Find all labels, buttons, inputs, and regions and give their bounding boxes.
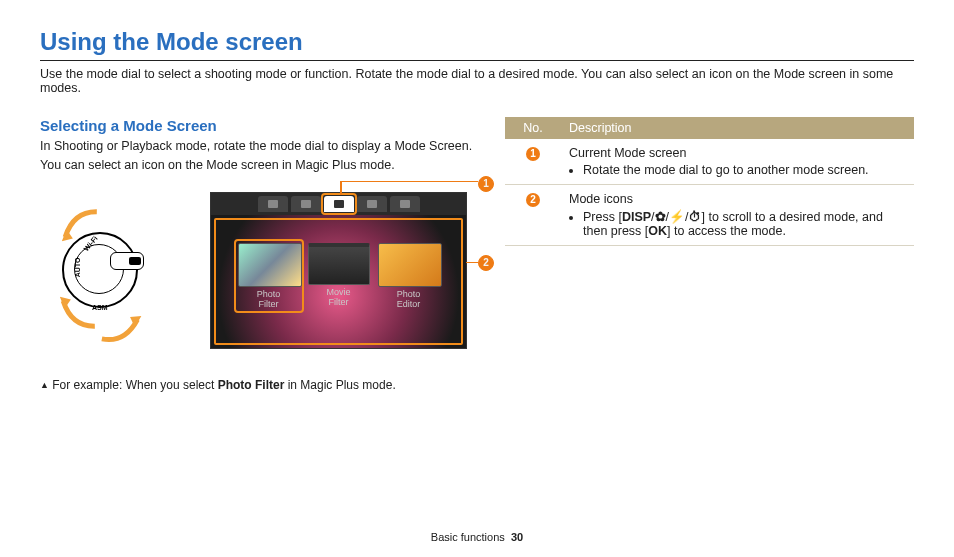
table-row: 1 Current Mode screen Rotate the mode di… — [505, 139, 914, 185]
row-number-badge: 2 — [526, 193, 540, 207]
row-bullet: Rotate the mode dial to go to another mo… — [583, 163, 906, 177]
callout-2: 2 — [478, 255, 494, 271]
description-table: No. Description 1 Current Mode screen Ro… — [505, 117, 914, 246]
mode-tab — [357, 196, 387, 212]
title-divider — [40, 60, 914, 61]
row-title: Current Mode screen — [569, 146, 906, 160]
mode-card-movie-filter: MovieFilter — [308, 243, 370, 310]
intro-text: Use the mode dial to select a shooting m… — [40, 67, 914, 95]
row-bullet: Press [DISP/✿/⚡/⏱] to scroll to a desire… — [583, 209, 906, 238]
table-header-row: No. Description — [505, 117, 914, 139]
timer-icon: ⏱ — [689, 210, 702, 224]
row-title: Mode icons — [569, 192, 906, 206]
page-title: Using the Mode screen — [40, 28, 914, 56]
camera-icon — [301, 200, 311, 208]
row-number-badge: 1 — [526, 147, 540, 161]
thumbnail-icon — [238, 243, 302, 287]
dial-knob — [110, 252, 144, 270]
mode-icon — [400, 200, 410, 208]
triangle-icon: ▲ — [40, 380, 49, 390]
mode-icon — [268, 200, 278, 208]
section-p2: You can select an icon on the Mode scree… — [40, 157, 475, 174]
callout-1: 1 — [478, 176, 494, 192]
card-label: PhotoEditor — [378, 290, 440, 310]
dial-label-asm: ASM — [92, 304, 108, 311]
col-header-no: No. — [505, 117, 561, 139]
card-label: PhotoFilter — [238, 290, 300, 310]
figure-caption: ▲ For example: When you select Photo Fil… — [40, 378, 475, 392]
section-heading: Selecting a Mode Screen — [40, 117, 475, 134]
section-p1: In Shooting or Playback mode, rotate the… — [40, 138, 475, 155]
camera-icon — [367, 200, 377, 208]
camera-icon — [334, 200, 344, 208]
leader-line — [340, 181, 478, 183]
dial-label-auto: AUTO — [74, 257, 81, 277]
mode-dial-illustration: AUTO ASM Wi-Fi — [54, 196, 142, 346]
mode-tab — [291, 196, 321, 212]
thumbnail-icon — [308, 243, 370, 285]
mode-card-photo-filter: PhotoFilter — [238, 243, 300, 310]
thumbnail-icon — [378, 243, 442, 287]
mode-tab-bar — [211, 193, 466, 215]
page-footer: Basic functions 30 — [0, 531, 954, 543]
figure-area: AUTO ASM Wi-Fi — [40, 192, 475, 372]
col-header-description: Description — [561, 117, 914, 139]
flower-icon: ✿ — [655, 210, 666, 224]
camera-screen: PhotoFilter MovieFilter PhotoEditor — [210, 192, 467, 349]
leader-line — [340, 181, 342, 195]
mode-card-photo-editor: PhotoEditor — [378, 243, 440, 310]
flash-icon: ⚡ — [669, 210, 685, 224]
screen-body: PhotoFilter MovieFilter PhotoEditor — [211, 215, 466, 348]
mode-tab-selected — [324, 196, 354, 212]
mode-tab — [258, 196, 288, 212]
table-row: 2 Mode icons Press [DISP/✿/⚡/⏱] to scrol… — [505, 185, 914, 246]
mode-tab — [390, 196, 420, 212]
card-label: MovieFilter — [308, 288, 370, 308]
camera-icon — [129, 257, 141, 265]
leader-line — [466, 262, 478, 264]
